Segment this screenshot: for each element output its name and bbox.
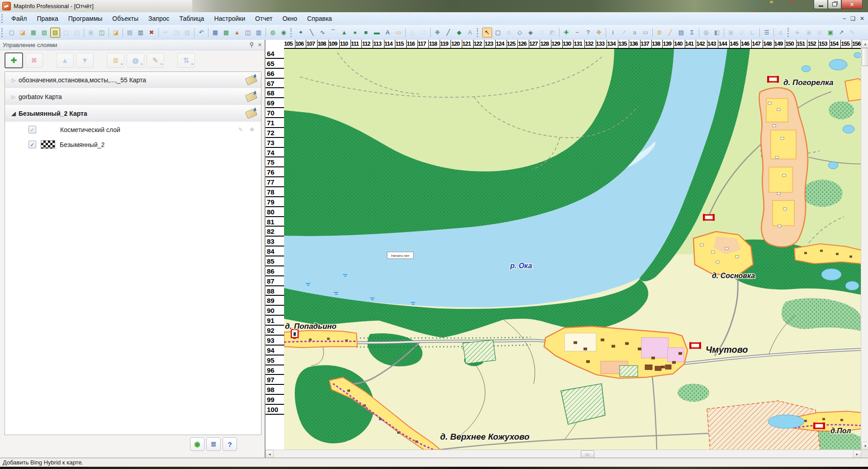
new-grapher-icon[interactable]: ▲ (232, 28, 242, 38)
save-window-as-icon[interactable]: ◪ (111, 28, 121, 38)
clip-region-off-icon[interactable]: ◇ (737, 28, 747, 38)
toolbar-grip[interactable] (290, 28, 293, 37)
close-button[interactable]: ✕ (841, 0, 863, 9)
catalog-browser-icon[interactable]: ◉ (279, 28, 289, 38)
create-legend-icon[interactable]: ▤ (676, 28, 686, 38)
style-override-icon[interactable] (245, 108, 257, 118)
new-redistricter-icon[interactable]: ▥ (254, 28, 264, 38)
map-canvas[interactable]: Ничего нет д. Погорелкад. Сосновкар. Ока… (284, 49, 861, 450)
arc-tool-icon[interactable]: ⌒ (328, 28, 338, 38)
open-workspace-icon[interactable]: ▦ (28, 28, 38, 38)
text-tool-icon[interactable]: A (383, 28, 393, 38)
marquee-select-icon[interactable]: ▢ (493, 28, 503, 38)
reshape-icon[interactable]: △ (408, 28, 417, 38)
close-window-icon[interactable]: ✖ (147, 28, 157, 38)
add-layer-button[interactable]: ✚ (5, 52, 23, 68)
line-tool-icon[interactable]: ╲ (307, 28, 317, 38)
save-table-icon[interactable]: ▣ (86, 28, 96, 38)
new-browser-icon[interactable]: ▦ (210, 28, 220, 38)
export-window-icon[interactable]: ▤ (125, 28, 135, 38)
horizontal-scroll-thumb[interactable]: ||| (581, 450, 594, 458)
close-table-icon[interactable]: ▢ (61, 28, 71, 38)
change-view-icon[interactable]: ? (583, 28, 593, 38)
polygon-select-icon[interactable]: ◇ (515, 28, 525, 38)
new-table-icon[interactable]: ▢ (7, 28, 17, 38)
move-layer-down-button[interactable]: ▼ (76, 53, 94, 68)
mdi-restore-button[interactable]: ❏ (850, 15, 855, 22)
panel-close-icon[interactable]: ✕ (258, 42, 262, 48)
polygon-tool-icon[interactable]: ▲ (339, 28, 349, 38)
universal-open-icon[interactable]: ▨ (50, 28, 60, 38)
layer-tree-map-row[interactable]: ▷gorbatov Карта (5, 89, 261, 105)
ruler-icon[interactable]: ╱ (665, 28, 675, 38)
hotlink-icon[interactable]: ↗ (619, 28, 629, 38)
select-icon[interactable]: ↖ (482, 28, 492, 38)
close-all-icon[interactable]: ◰ (72, 28, 82, 38)
collapse-icon[interactable]: ◢ (9, 110, 19, 117)
scroll-right-button[interactable]: ▸ (853, 450, 861, 458)
clip-region-on-icon[interactable]: ▣ (726, 28, 736, 38)
menu-item[interactable]: Правка (32, 12, 63, 25)
zoom-out-icon[interactable]: − (572, 28, 582, 38)
scroll-up-button[interactable]: ▴ (861, 40, 868, 48)
layer-control-icon[interactable]: ≣ (655, 28, 664, 38)
print-icon[interactable]: ▥ (136, 28, 146, 38)
style-override-icon[interactable] (245, 75, 257, 85)
set-target-district-icon[interactable]: ◎ (701, 28, 711, 38)
apply-button[interactable]: ◉ (190, 437, 204, 451)
hotlink-menu-button[interactable]: ✎▸ (147, 53, 164, 68)
copy-icon[interactable]: ◳ (171, 28, 181, 38)
help-button[interactable]: ? (223, 437, 237, 451)
add-node-icon[interactable]: ∷ (418, 28, 428, 38)
layer-tree-map-row[interactable]: ▷обозначения,остановка,мосты,...,_55 Кар… (5, 72, 261, 89)
scroll-left-button[interactable]: ◂ (266, 450, 274, 458)
symbol-tool-icon[interactable]: ✦ (296, 28, 306, 38)
visibility-checkbox[interactable]: ✓ (28, 126, 36, 133)
open-table-icon[interactable]: ◪ (18, 28, 28, 38)
mdi-minimize-button[interactable]: – (843, 15, 846, 22)
symbol-style-icon[interactable]: ❉ (432, 28, 442, 38)
expand-icon[interactable]: ▷ (9, 94, 19, 100)
restore-button[interactable] (828, 0, 841, 9)
cut-icon[interactable]: ✂ (161, 28, 171, 38)
menu-item[interactable]: Таблица (175, 12, 209, 25)
label-tool-icon[interactable]: a (630, 28, 640, 38)
reorder-menu-button[interactable]: ⇅▸ (177, 53, 195, 68)
run-mapbasic-program-icon[interactable]: ► (793, 28, 803, 38)
zoom-in-icon[interactable]: ✚ (561, 28, 571, 38)
zoom-range-menu-button[interactable]: ◍▸ (127, 53, 144, 68)
invert-selection-icon[interactable]: ◩ (547, 28, 557, 38)
frame-tool-icon[interactable]: ▭ (394, 28, 403, 38)
pan-icon[interactable]: ✥ (594, 28, 604, 38)
rectangle-tool-icon[interactable]: ■ (361, 28, 371, 38)
vertical-scroll-thumb[interactable] (862, 48, 868, 66)
new-layout-icon[interactable]: ◫ (243, 28, 253, 38)
menu-item[interactable]: Программы (63, 12, 108, 25)
open-map-window-icon[interactable]: ▧ (39, 28, 49, 38)
save-tool-icon[interactable]: ▣ (825, 28, 835, 38)
layer-tree-map-row[interactable]: ◢Безымянный_2 Карта (5, 105, 261, 122)
region-style-icon[interactable]: ◆ (454, 28, 464, 38)
layer-tree-layer-row[interactable]: ✓Косметический слой✎❖ (5, 122, 261, 137)
minimize-button[interactable] (814, 0, 828, 9)
new-mapper-icon[interactable]: ▩ (221, 28, 231, 38)
legend-window-icon[interactable]: ⌂ (776, 28, 786, 38)
line-style-icon[interactable]: ╱ (443, 28, 453, 38)
ellipse-tool-icon[interactable]: ● (350, 28, 360, 38)
menu-item[interactable]: Справка (302, 12, 337, 25)
boundary-select-icon[interactable]: ◈ (526, 28, 536, 38)
toolbar-grip[interactable] (787, 28, 790, 37)
window-list-icon[interactable]: ☰ (762, 28, 772, 38)
layer-options-button[interactable]: ≣ (206, 437, 221, 451)
tool-manager-icon[interactable]: ◉ (804, 28, 814, 38)
unselect-all-icon[interactable]: □ (536, 28, 546, 38)
assign-selected-icon[interactable]: ◧ (712, 28, 722, 38)
mdi-close-button[interactable]: ✕ (860, 15, 864, 22)
paste-icon[interactable]: ▨ (182, 28, 192, 38)
horizontal-scrollbar[interactable]: ◂ ||| ▸ (266, 450, 861, 458)
move-layer-up-button[interactable]: ▲ (56, 53, 74, 68)
edit-tool-icon[interactable]: ✎ (847, 28, 857, 38)
radius-select-icon[interactable]: ◌ (504, 28, 514, 38)
menu-item[interactable]: Отчет (250, 12, 277, 25)
layer-tree-layer-row[interactable]: ✓Безымянный_2 (5, 137, 261, 152)
